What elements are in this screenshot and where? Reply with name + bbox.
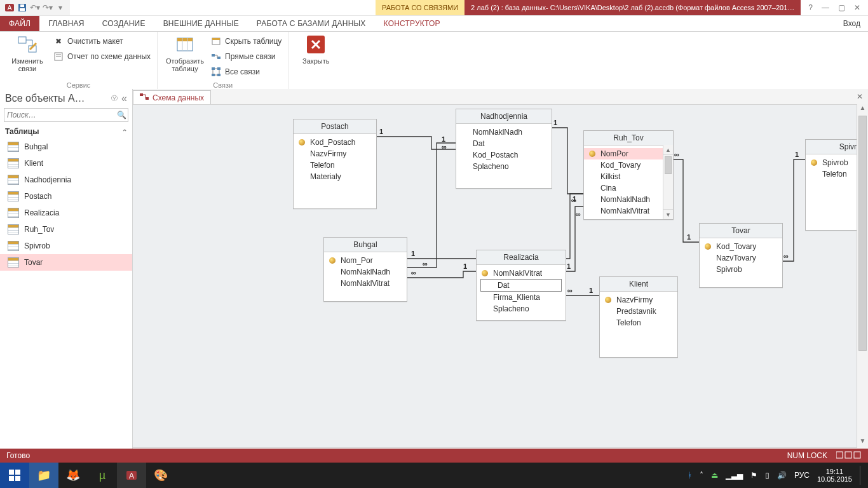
nav-item-nadhodjennia[interactable]: Nadhodjennia <box>0 172 132 188</box>
close-button[interactable]: Закрыть <box>295 34 337 65</box>
field-splacheno[interactable]: Splacheno <box>477 303 566 315</box>
search-input[interactable] <box>4 109 115 121</box>
nav-item-spivrob[interactable]: Spivrob <box>0 238 132 254</box>
network-icon[interactable]: ▁▃▅ <box>726 471 743 480</box>
field-kilkist[interactable]: Kilkist <box>584 171 663 182</box>
field-splacheno[interactable]: Splacheno <box>456 161 552 172</box>
nav-item-realizacia[interactable]: Realizacia <box>0 205 132 221</box>
table-klient[interactable]: KlientNazvFirmyPredstavnikTelefon <box>599 276 678 358</box>
taskbar-access[interactable]: A <box>117 463 146 488</box>
vscroll-thumb[interactable] <box>858 116 867 351</box>
field-nomnaklvitrat[interactable]: NomNaklVitrat <box>477 268 566 279</box>
table-scrollbar[interactable]: ▲▼ <box>663 145 673 219</box>
table-tovar[interactable]: TovarKod_TovaryNazvTovarySpivrob <box>699 223 783 288</box>
field-nomnaklnadh[interactable]: NomNaklNadh <box>456 126 552 138</box>
show-table-button[interactable]: Отобразить таблицу <box>164 34 206 72</box>
field-telefon[interactable]: Telefon <box>294 159 376 171</box>
table-header[interactable]: Tovar <box>700 224 782 238</box>
field-nomnaklvitrat[interactable]: NomNaklVitrat <box>584 205 663 217</box>
field-nazvtovary[interactable]: NazvTovary <box>700 252 782 264</box>
clock[interactable]: 19:1110.05.2015 <box>817 468 852 483</box>
table-header[interactable]: Buhgal <box>324 238 407 252</box>
battery-icon[interactable]: ▯ <box>765 471 770 480</box>
field-firma_klienta[interactable]: Firma_Klienta <box>477 292 566 303</box>
relationships-canvas[interactable]: 1∞1∞1∞11∞11∞∞1∞1∞1 PostachKod_PostachNaz… <box>133 105 868 447</box>
table-header[interactable]: Klient <box>600 277 677 292</box>
field-kod_tovary[interactable]: Kod_Tovary <box>584 159 663 171</box>
table-realizacia[interactable]: RealizaciaNomNaklVitratDatFirma_KlientaS… <box>476 250 566 321</box>
field-nompor[interactable]: NomPor <box>584 148 663 159</box>
taskbar-utorrent[interactable]: µ <box>88 463 117 488</box>
taskbar-paint[interactable]: 🎨 <box>146 463 175 488</box>
language-indicator[interactable]: РУС <box>794 471 810 480</box>
direct-relations-button[interactable]: Прямые связи <box>211 50 281 64</box>
table-buhgal[interactable]: BuhgalNom_PorNomNaklNadhNomNaklVitrat <box>323 237 407 302</box>
start-button[interactable] <box>0 463 29 488</box>
field-materialy[interactable]: Materialy <box>294 171 376 182</box>
field-nomnaklvitrat[interactable]: NomNaklVitrat <box>324 278 407 289</box>
table-header[interactable]: Nadhodjennia <box>456 109 552 124</box>
taskbar-explorer[interactable]: 📁 <box>29 463 58 488</box>
taskbar-firefox[interactable]: 🦊 <box>58 463 88 488</box>
nav-item-buhgal[interactable]: Buhgal <box>0 139 132 155</box>
field-nomnaklnadh[interactable]: NomNaklNadh <box>324 266 407 278</box>
field-nazvfirmy[interactable]: NazvFirmy <box>294 148 376 159</box>
action-center-icon[interactable]: ⚑ <box>750 471 757 480</box>
all-relations-button[interactable]: Все связи <box>211 65 281 79</box>
table-header[interactable]: Postach <box>294 119 376 134</box>
restore-icon[interactable]: ▢ <box>838 3 845 12</box>
field-kod_tovary[interactable]: Kod_Tovary <box>700 241 782 252</box>
save-icon[interactable] <box>17 2 28 13</box>
bluetooth-icon[interactable]: ᚼ <box>688 471 692 480</box>
redo-icon[interactable]: ↷▾ <box>42 2 53 13</box>
tab-schema[interactable]: Схема данных <box>133 90 211 104</box>
table-postach[interactable]: PostachKod_PostachNazvFirmyTelefonMateri… <box>293 119 377 209</box>
field-kod_postach[interactable]: Kod_Postach <box>456 149 552 161</box>
qat-customize-icon[interactable]: ▾ <box>55 2 66 13</box>
nav-header[interactable]: Все объекты A… ⓥ « <box>0 89 132 108</box>
clear-layout-button[interactable]: ✖Очистить макет <box>53 34 151 48</box>
field-nom_por[interactable]: Nom_Por <box>324 255 407 266</box>
field-dat[interactable]: Dat <box>456 138 552 149</box>
relationships-report-button[interactable]: Отчет по схеме данных <box>53 50 151 64</box>
scroll-down-icon[interactable]: ▼ <box>857 437 868 448</box>
close-window-icon[interactable]: ✕ <box>854 3 860 12</box>
table-nadhodjennia[interactable]: NadhodjenniaNomNaklNadhDatKod_PostachSpl… <box>456 109 552 189</box>
close-tab-icon[interactable]: ✕ <box>851 89 868 104</box>
safely-remove-icon[interactable]: ⏏ <box>711 471 718 480</box>
field-telefon[interactable]: Telefon <box>600 317 677 329</box>
help-icon[interactable]: ? <box>808 3 813 12</box>
signin-link[interactable]: Вход <box>836 16 868 31</box>
nav-dropdown-icon[interactable]: ⓥ <box>111 94 118 103</box>
minimize-icon[interactable]: — <box>822 3 829 12</box>
tab-database-tools[interactable]: РАБОТА С БАЗАМИ ДАННЫХ <box>248 16 375 31</box>
field-predstavnik[interactable]: Predstavnik <box>600 306 677 317</box>
edit-relationships-button[interactable]: Изменить связи <box>6 34 48 72</box>
field-nomnaklnadh[interactable]: NomNaklNadh <box>584 194 663 205</box>
nav-item-postach[interactable]: Postach <box>0 188 132 205</box>
hide-table-button[interactable]: Скрыть таблицу <box>211 34 281 48</box>
field-cina[interactable]: Cina <box>584 182 663 194</box>
nav-collapse-icon[interactable]: « <box>121 93 127 104</box>
tray-chevron-icon[interactable]: ˄ <box>700 471 703 480</box>
search-icon[interactable]: 🔍 <box>115 111 128 119</box>
tab-home[interactable]: ГЛАВНАЯ <box>39 16 93 31</box>
view-icons[interactable] <box>836 451 862 461</box>
undo-icon[interactable]: ↶▾ <box>29 2 41 13</box>
field-nazvfirmy[interactable]: NazvFirmy <box>600 294 677 306</box>
nav-item-tovar[interactable]: Tovar <box>0 254 132 271</box>
field-kod_postach[interactable]: Kod_Postach <box>294 137 376 148</box>
scroll-up-icon[interactable]: ▲ <box>857 104 868 115</box>
nav-category-tables[interactable]: Таблицы ⌃ <box>0 125 132 139</box>
vertical-scrollbar[interactable]: ▲ ▼ <box>857 104 868 448</box>
field-dat[interactable]: Dat <box>480 279 562 292</box>
field-spivrob[interactable]: Spivrob <box>700 264 782 275</box>
table-header[interactable]: Ruh_Tov <box>584 131 673 146</box>
tab-file[interactable]: ФАЙЛ <box>0 16 39 31</box>
volume-icon[interactable]: 🔊 <box>777 471 787 480</box>
tab-designer[interactable]: КОНСТРУКТОР <box>375 16 449 31</box>
tab-external-data[interactable]: ВНЕШНИЕ ДАННЫЕ <box>154 16 248 31</box>
show-desktop[interactable] <box>860 466 864 485</box>
nav-item-ruh_tov[interactable]: Ruh_Tov <box>0 221 132 238</box>
table-header[interactable]: Realizacia <box>477 250 566 265</box>
